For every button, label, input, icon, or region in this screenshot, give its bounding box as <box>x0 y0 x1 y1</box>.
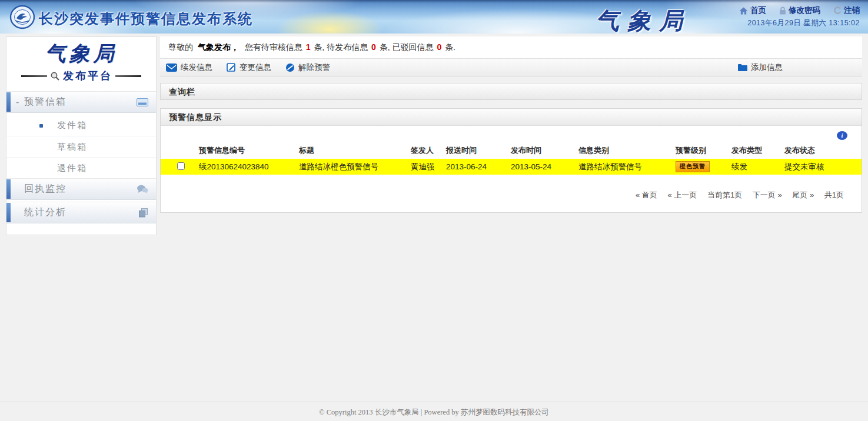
mailbox-icon <box>137 98 148 106</box>
col-header-publish-type: 发布类型 <box>731 145 784 156</box>
cancel-warning-label: 解除预警 <box>298 62 330 73</box>
top-nav: 首页 修改密码 注销 <box>739 5 860 16</box>
greeting-username: 气象发布， <box>198 42 239 52</box>
col-header-publish-status: 发布状态 <box>784 145 849 156</box>
greeting-text: 条, 待发布信息 <box>314 42 368 52</box>
pagination-next[interactable]: 下一页 » <box>753 191 782 199</box>
datetime-display: 2013年6月29日 星期六 13:15:02 <box>747 18 860 28</box>
decorative-dash <box>21 75 47 77</box>
cell-warning-id: 续20130624023840 <box>199 162 299 172</box>
sidebar-item-statistics[interactable]: 统计分析 <box>6 202 156 223</box>
pagination-prev[interactable]: « 上一页 <box>668 191 697 199</box>
folder-icon <box>737 64 747 71</box>
lock-icon <box>779 6 786 15</box>
greeting-text: 条, 已驳回信息 <box>380 42 434 52</box>
row-checkbox[interactable] <box>177 162 185 170</box>
resend-info-label: 续发信息 <box>181 62 212 73</box>
greeting-prefix: 尊敬的 <box>168 42 193 52</box>
sidebar-item-warning-inbox[interactable]: - 预警信箱 <box>6 91 156 113</box>
nav-change-password-link[interactable]: 修改密码 <box>779 5 820 16</box>
logout-icon <box>833 6 842 15</box>
col-header-category: 信息类别 <box>578 145 676 156</box>
cell-publish-status: 提交未审核 <box>784 162 849 172</box>
pagination-last[interactable]: 尾页 » <box>792 191 814 199</box>
info-icon-row: i <box>161 129 862 142</box>
collapse-marker: - <box>16 97 23 108</box>
edit-pencil-icon <box>227 63 236 72</box>
nav-logout-link[interactable]: 注销 <box>833 5 860 16</box>
sidebar-logo-subtitle: 发布平台 <box>63 69 112 83</box>
table-header-row: 预警信息编号 标题 签发人 报送时间 发布时间 信息类别 预警级别 发布类型 发… <box>161 142 862 159</box>
col-header-signer: 签发人 <box>411 145 446 156</box>
sidebar: 气象局 发布平台 - 预警信箱 发件箱 草稿箱 退 <box>6 36 157 235</box>
app-header: 长沙突发事件预警信息发布系统 气象局 首页 修改密码 注销 2013年6月29日… <box>0 0 868 34</box>
sidebar-item-label: 发件箱 <box>57 120 87 130</box>
toolbar: 续发信息 变更信息 解除预警 添加信息 <box>160 58 862 76</box>
resend-info-button[interactable]: 续发信息 <box>166 62 212 73</box>
sidebar-logo-title: 气象局 <box>6 40 156 68</box>
cell-report-time: 2013-06-24 <box>446 162 511 171</box>
pagination-current: 当前第1页 <box>707 191 742 199</box>
pagination: « 首页 « 上一页 当前第1页 下一页 » 尾页 » 共1页 <box>161 190 862 201</box>
bureau-emblem-logo <box>9 4 35 30</box>
count-pending-review: 1 <box>306 42 311 52</box>
row-checkbox-cell <box>161 162 199 172</box>
add-info-label: 添加信息 <box>751 62 783 73</box>
sidebar-menu: - 预警信箱 发件箱 草稿箱 退件箱 回执监控 <box>6 91 156 223</box>
greeting-text: 条. <box>445 42 455 52</box>
pagination-first[interactable]: « 首页 <box>636 191 657 199</box>
section-accent-bar <box>6 179 11 199</box>
envelope-icon <box>166 64 177 72</box>
sidebar-item-drafts[interactable]: 草稿箱 <box>6 136 156 157</box>
section-accent-bar <box>6 203 11 222</box>
orange-warning-badge[interactable]: 橙色预警 <box>676 161 710 172</box>
panel-header: 预警信息显示 <box>161 109 862 126</box>
panel-body: i 预警信息编号 标题 签发人 报送时间 发布时间 信息类别 预警级别 发布类型… <box>161 126 862 212</box>
footer: © Copyright 2013 长沙市气象局 | Powered by 苏州梦… <box>0 402 868 417</box>
table-row[interactable]: 续20130624023840 道路结冰橙色预警信号 黄迪强 2013-06-2… <box>161 159 862 175</box>
cancel-warning-button[interactable]: 解除预警 <box>285 62 330 73</box>
pagination-total: 共1页 <box>824 191 844 199</box>
sidebar-item-outbox[interactable]: 发件箱 <box>6 115 156 136</box>
sidebar-item-label: 回执监控 <box>24 183 66 195</box>
sidebar-item-label: 退件箱 <box>57 163 87 173</box>
chat-bubbles-icon <box>137 185 148 193</box>
query-bar-header[interactable]: 查询栏 <box>160 83 862 100</box>
add-info-button[interactable]: 添加信息 <box>737 62 783 73</box>
search-icon <box>50 71 60 81</box>
active-bullet-icon <box>39 124 43 128</box>
greeting-text: 您有待审核信息 <box>245 42 302 52</box>
count-to-publish: 0 <box>371 42 376 52</box>
sidebar-item-label: 统计分析 <box>24 206 66 219</box>
modify-info-button[interactable]: 变更信息 <box>227 62 271 73</box>
decorative-dash <box>115 75 141 77</box>
section-accent-bar <box>6 92 11 112</box>
cell-publish-type: 续发 <box>731 162 784 172</box>
nav-home-link[interactable]: 首页 <box>739 5 766 16</box>
copyright-text: © Copyright 2013 长沙市气象局 | Powered by 苏州梦… <box>319 408 549 416</box>
col-header-report-time: 报送时间 <box>446 145 511 156</box>
col-header-publish-time: 发布时间 <box>511 145 578 156</box>
bureau-brand-text: 气象局 <box>596 5 691 37</box>
panel-title: 预警信息显示 <box>169 112 222 122</box>
count-rejected: 0 <box>437 42 441 52</box>
sidebar-item-label: 草稿箱 <box>57 142 87 152</box>
sidebar-item-returned[interactable]: 退件箱 <box>6 157 156 178</box>
query-bar-title: 查询栏 <box>169 87 195 96</box>
nav-change-password-label: 修改密码 <box>789 5 820 16</box>
col-header-title: 标题 <box>299 145 411 156</box>
sidebar-logo-subtitle-row: 发布平台 <box>6 69 156 83</box>
nav-home-label: 首页 <box>750 5 766 16</box>
cell-publish-time: 2013-05-24 <box>511 162 578 171</box>
col-header-warning-level: 预警级别 <box>676 145 731 156</box>
sidebar-item-receipt-monitor[interactable]: 回执监控 <box>6 178 156 200</box>
col-header-warning-id: 预警信息编号 <box>199 145 299 156</box>
modify-info-label: 变更信息 <box>240 62 271 73</box>
cell-warning-level: 橙色预警 <box>676 161 731 172</box>
home-icon <box>739 7 748 15</box>
main-content: 尊敬的 气象发布， 您有待审核信息 1 条, 待发布信息 0 条, 已驳回信息 … <box>160 36 862 213</box>
cell-category: 道路结冰预警信号 <box>578 162 676 172</box>
info-icon[interactable]: i <box>837 131 847 140</box>
system-title: 长沙突发事件预警信息发布系统 <box>39 9 253 28</box>
cell-title: 道路结冰橙色预警信号 <box>299 162 411 172</box>
